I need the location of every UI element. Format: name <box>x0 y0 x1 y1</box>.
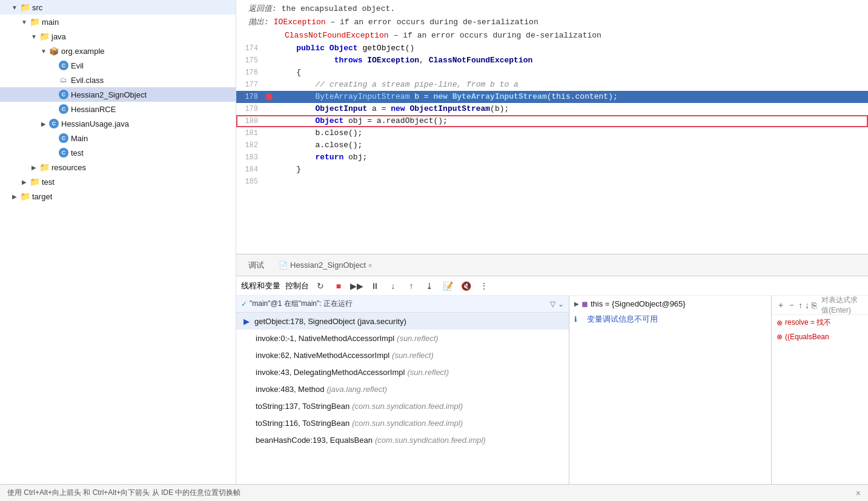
code-line-177: 177 // creating a stream pipe-line, from… <box>236 79 868 91</box>
line-content-178: ByteArrayInputStream b = new ByteArrayIn… <box>275 91 618 103</box>
line-gutter-183 <box>263 151 275 164</box>
frame-label-1: invoke:0:-1, NativeMethodAccessorImpl <box>256 334 394 343</box>
sidebar-item-src[interactable]: ▼ 📁 src <box>0 0 236 15</box>
code-scroll[interactable]: 返回值: the encapsulated object. 抛出: IOExce… <box>236 0 868 254</box>
line-gutter-176 <box>263 67 275 79</box>
threads-vars-label[interactable]: 线程和变量 <box>241 280 280 291</box>
code-editor: 返回值: the encapsulated object. 抛出: IOExce… <box>236 0 868 484</box>
stack-filter-btn[interactable]: ▽ <box>550 300 555 308</box>
sidebar-item-main-class[interactable]: C Main <box>0 131 236 145</box>
sidebar-item-main[interactable]: ▼ 📁 main <box>0 15 236 29</box>
line-num-176: 176 <box>236 67 263 79</box>
sidebar-item-java[interactable]: ▼ 📁 java <box>0 29 236 44</box>
status-bar-close[interactable]: × <box>856 488 861 498</box>
line-content-177: // creating a stream pipe-line, from b t… <box>275 79 518 91</box>
stack-frame-1[interactable]: invoke:0:-1, NativeMethodAccessorImpl (s… <box>236 330 569 347</box>
line-gutter-182 <box>263 139 275 151</box>
tab-hessian2[interactable]: 📄 Hessian2_SignObject × <box>271 258 379 272</box>
debug-btn-step-out[interactable]: ↑ <box>405 279 418 293</box>
debug-btn-mute[interactable]: 🔇 <box>459 279 472 293</box>
code-line-183: 183 return obj; <box>236 151 868 164</box>
frame-pkg-2: (sun.reflect) <box>392 351 434 360</box>
stack-frame-2[interactable]: invoke:62, NativeMethodAccessorImpl (sun… <box>236 347 569 363</box>
debug-btn-eval[interactable]: 📝 <box>441 279 454 293</box>
resources-label: resources <box>51 163 86 172</box>
sidebar-item-evil-class[interactable]: 🗂 Evil.class <box>0 73 236 87</box>
evilclass-arrow <box>48 75 58 85</box>
stack-frame-7[interactable]: beanHashCode:193, EqualsBean (com.sun.sy… <box>236 431 569 448</box>
target-label: target <box>32 192 52 201</box>
sidebar-item-target[interactable]: ▶ 📁 target <box>0 189 236 204</box>
expressions-panel: ＋ － ↑ ↓ ⎘ 对表达式求值(Enter) ⊗ resolve = 找不 ⊗… <box>771 296 868 484</box>
debug-sub-toolbar: 线程和变量 控制台 ↻ ■ ▶▶ ⏸ ↓ ↑ ⤓ 📝 🔇 ⋮ <box>236 276 868 296</box>
test-arrow <box>48 148 58 158</box>
sidebar-item-resources[interactable]: ▶ 📁 resources <box>0 160 236 174</box>
debug-btn-step-into[interactable]: ↓ <box>386 279 400 293</box>
sidebar-item-hessian2[interactable]: C Hessian2_SignObject <box>0 87 236 102</box>
line-content-183: return obj; <box>275 151 367 164</box>
debug-stack-panel: ✓ "main"@1 在组"main": 正在运行 ▽ ⌄ ▶ getObjec… <box>236 296 569 484</box>
testdir-arrow: ▶ <box>19 177 29 187</box>
vars-unavailable-msg: 变量调试信息不可用 <box>580 310 665 328</box>
tab-debug[interactable]: 调试 <box>241 257 271 273</box>
frame-label-4: invoke:483, Method <box>256 385 324 394</box>
debug-btn-resume[interactable]: ▶▶ <box>350 279 363 293</box>
expr-remove-btn[interactable]: － <box>787 300 796 311</box>
line-content-185 <box>275 176 277 188</box>
throws-label: 抛出: <box>248 16 269 29</box>
sidebar-item-org-example[interactable]: ▼ 📦 org.example <box>0 44 236 58</box>
debug-btn-run-cursor[interactable]: ⤓ <box>423 279 436 293</box>
src-label: src <box>32 3 42 12</box>
debug-btn-step-over[interactable]: ↻ <box>314 279 327 293</box>
sidebar-item-test[interactable]: C test <box>0 145 236 160</box>
class-icon-test: C <box>58 147 69 158</box>
stack-frame-5[interactable]: toString:137, ToStringBean (com.sun.synd… <box>236 397 569 414</box>
package-icon: 📦 <box>48 45 59 56</box>
expr-item-1: ⊗ ((EqualsBean <box>772 330 868 343</box>
sidebar-item-hessianusage[interactable]: ▶ C HessianUsage.java <box>0 116 236 131</box>
tab-hessian2-label: Hessian2_SignObject <box>290 260 366 270</box>
class-icon-hessianrce: C <box>58 104 69 114</box>
sidebar-item-evil[interactable]: C Evil <box>0 58 236 73</box>
line-gutter-175 <box>263 55 275 67</box>
line-num-177: 177 <box>236 79 263 91</box>
debug-btn-pause[interactable]: ⏸ <box>368 279 382 293</box>
sidebar-item-test-dir[interactable]: ▶ 📁 test <box>0 174 236 189</box>
expr-up-btn[interactable]: ↑ <box>798 300 803 310</box>
test-label: test <box>71 148 84 158</box>
expr-err-icon-1: ⊗ <box>777 333 783 341</box>
stack-frame-3[interactable]: invoke:43, DelegatingMethodAccessorImpl … <box>236 363 569 380</box>
maincls-arrow <box>48 133 58 143</box>
line-gutter-184 <box>263 164 275 176</box>
frame-label-5: toString:137, ToStringBean <box>256 402 350 411</box>
sidebar-item-hessianrce[interactable]: C HessianRCE <box>0 102 236 116</box>
line-num-181: 181 <box>236 127 263 139</box>
line-gutter-180 <box>263 115 275 127</box>
frame-label-3: invoke:43, DelegatingMethodAccessorImpl <box>256 368 405 377</box>
debug-btn-more[interactable]: ⋮ <box>477 279 491 293</box>
console-label[interactable]: 控制台 <box>285 280 309 291</box>
line-content-179: ObjectInput a = new ObjectInputStream(b)… <box>275 103 509 115</box>
class-icon-evil: C <box>58 60 69 71</box>
vars-info-item: ℹ 变量调试信息不可用 <box>569 311 771 327</box>
line-num-184: 184 <box>236 164 263 176</box>
tab-hessian2-close[interactable]: × <box>368 262 372 269</box>
stack-frame-4[interactable]: invoke:483, Method (java.lang.reflect) <box>236 380 569 397</box>
stack-frame-6[interactable]: toString:116, ToStringBean (com.sun.synd… <box>236 414 569 431</box>
stack-frame-0[interactable]: ▶ getObject:178, SignedObject (java.secu… <box>236 313 569 330</box>
expr-down-btn[interactable]: ↓ <box>805 300 809 310</box>
code-line-181: 181 b.close(); <box>236 127 868 139</box>
vars-this-item[interactable]: ▶ ◼ this = {SignedObject@965} <box>569 296 771 311</box>
debug-btn-stop[interactable]: ■ <box>332 279 345 293</box>
evil-label: Evil <box>71 61 84 70</box>
frame-pkg-5: (com.sun.syndication.feed.impl) <box>352 402 463 411</box>
expr-add-btn[interactable]: ＋ <box>777 300 785 311</box>
frame-pkg-4: (java.lang.reflect) <box>326 385 387 394</box>
stack-expand-btn[interactable]: ⌄ <box>558 300 564 308</box>
expr-copy-btn[interactable]: ⎘ <box>812 300 817 310</box>
tab-hessian2-icon: 📄 <box>279 261 288 270</box>
line-content-175: throws IOException, ClassNotFoundExcepti… <box>275 55 532 67</box>
line-num-178: 178 <box>236 91 263 103</box>
code-line-182: 182 a.close(); <box>236 139 868 151</box>
expr-toolbar: ＋ － ↑ ↓ ⎘ 对表达式求值(Enter) <box>772 296 868 315</box>
